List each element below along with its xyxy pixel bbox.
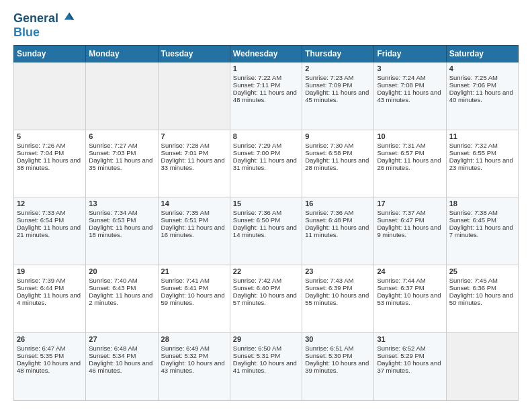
cell-text: Sunrise: 7:37 AM [377,209,443,216]
cell-text: Sunset: 6:50 PM [233,216,299,224]
day-number: 14 [161,199,227,208]
cell-text: Daylight: 11 hours and 48 minutes. [233,89,299,103]
cell-text: Sunset: 5:35 PM [17,352,83,359]
cell-text: Sunrise: 7:27 AM [89,142,154,149]
cell-text: Daylight: 11 hours and 23 minutes. [449,156,515,171]
cell-text: Sunrise: 7:43 AM [305,277,371,284]
cell-text: Sunset: 5:34 PM [89,352,154,359]
cell-text: Daylight: 11 hours and 26 minutes. [377,156,443,171]
cell-text: Sunrise: 7:24 AM [377,74,443,81]
cell-text: Daylight: 10 hours and 50 minutes. [449,291,515,306]
cell-text: Sunset: 6:39 PM [305,284,371,291]
day-number: 15 [233,199,299,208]
calendar-cell: 13Sunrise: 7:34 AMSunset: 6:53 PMDayligh… [86,197,158,265]
cell-text: Daylight: 11 hours and 9 minutes. [377,224,443,238]
cell-text: Sunset: 7:06 PM [449,81,515,89]
calendar-cell: 30Sunrise: 6:51 AMSunset: 5:30 PMDayligh… [302,333,374,401]
day-number: 30 [305,335,371,343]
logo-blue: Blue [13,26,75,40]
cell-text: Daylight: 10 hours and 55 minutes. [305,291,371,306]
cell-text: Sunrise: 7:36 AM [305,209,371,216]
day-number: 7 [161,132,227,140]
cell-text: Daylight: 11 hours and 7 minutes. [449,224,515,238]
cell-text: Sunset: 6:53 PM [89,216,154,224]
day-number: 22 [233,267,299,275]
cell-text: Sunset: 6:51 PM [161,216,227,224]
cell-text: Sunset: 7:04 PM [17,149,83,156]
cell-text: Daylight: 11 hours and 4 minutes. [17,291,83,306]
weekday-header-wednesday: Wednesday [230,45,302,62]
cell-text: Sunset: 6:41 PM [161,284,227,291]
cell-text: Sunset: 6:45 PM [449,216,515,224]
cell-text: Sunset: 6:47 PM [377,216,443,224]
cell-text: Sunset: 7:08 PM [377,81,443,89]
cell-text: Sunrise: 6:49 AM [161,345,227,352]
day-number: 12 [17,199,83,208]
cell-text: Sunrise: 7:33 AM [17,209,83,216]
day-number: 31 [377,335,443,343]
weekday-header-sunday: Sunday [14,45,86,62]
cell-text: Sunset: 5:29 PM [377,352,443,359]
cell-text: Sunset: 7:09 PM [305,81,371,89]
cell-text: Daylight: 11 hours and 31 minutes. [233,156,299,171]
cell-text: Sunset: 6:58 PM [305,149,371,156]
cell-text: Sunset: 6:55 PM [449,149,515,156]
calendar-cell: 21Sunrise: 7:41 AMSunset: 6:41 PMDayligh… [158,265,230,333]
day-number: 25 [449,267,515,275]
cell-text: Sunrise: 6:47 AM [17,345,83,352]
day-number: 23 [305,267,371,275]
day-number: 6 [89,132,154,140]
day-number: 29 [233,335,299,343]
cell-text: Sunrise: 7:39 AM [17,277,83,284]
day-number: 8 [233,132,299,140]
day-number: 17 [377,199,443,208]
day-number: 1 [233,64,299,73]
day-number: 4 [449,64,515,73]
cell-text: Sunrise: 7:38 AM [449,209,515,216]
calendar-cell: 27Sunrise: 6:48 AMSunset: 5:34 PMDayligh… [86,333,158,401]
cell-text: Sunrise: 7:42 AM [233,277,299,284]
cell-text: Sunrise: 7:30 AM [305,142,371,149]
calendar-cell: 10Sunrise: 7:31 AMSunset: 6:57 PMDayligh… [374,130,446,197]
cell-text: Sunset: 6:37 PM [377,284,443,291]
day-number: 21 [161,267,227,275]
calendar-cell: 26Sunrise: 6:47 AMSunset: 5:35 PMDayligh… [14,333,86,401]
cell-text: Sunset: 7:03 PM [89,149,154,156]
cell-text: Sunrise: 6:48 AM [89,345,154,352]
calendar-cell: 25Sunrise: 7:45 AMSunset: 6:36 PMDayligh… [446,265,518,333]
day-number: 2 [305,64,371,73]
day-number: 13 [89,199,154,208]
cell-text: Daylight: 11 hours and 11 minutes. [305,224,371,238]
cell-text: Sunrise: 7:23 AM [305,74,371,81]
cell-text: Daylight: 11 hours and 43 minutes. [377,89,443,103]
cell-text: Daylight: 10 hours and 43 minutes. [161,359,227,374]
day-number: 10 [377,132,443,140]
header: General Blue [13,10,519,40]
cell-text: Sunset: 6:57 PM [377,149,443,156]
cell-text: Sunrise: 7:35 AM [161,209,227,216]
calendar-cell: 16Sunrise: 7:36 AMSunset: 6:48 PMDayligh… [302,197,374,265]
day-number: 18 [449,199,515,208]
calendar-cell: 22Sunrise: 7:42 AMSunset: 6:40 PMDayligh… [230,265,302,333]
calendar-cell: 31Sunrise: 6:52 AMSunset: 5:29 PMDayligh… [374,333,446,401]
cell-text: Daylight: 11 hours and 14 minutes. [233,224,299,238]
cell-text: Sunrise: 7:22 AM [233,74,299,81]
cell-text: Daylight: 10 hours and 39 minutes. [305,359,371,374]
calendar-cell: 18Sunrise: 7:38 AMSunset: 6:45 PMDayligh… [446,197,518,265]
calendar-cell: 28Sunrise: 6:49 AMSunset: 5:32 PMDayligh… [158,333,230,401]
calendar-cell: 29Sunrise: 6:50 AMSunset: 5:31 PMDayligh… [230,333,302,401]
cell-text: Sunset: 7:00 PM [233,149,299,156]
cell-text: Daylight: 10 hours and 57 minutes. [233,291,299,306]
cell-text: Sunrise: 7:34 AM [89,209,154,216]
page: General Blue SundayMondayTuesdayWednesda… [0,0,532,411]
week-row-1: 1Sunrise: 7:22 AMSunset: 7:11 PMDaylight… [14,62,519,130]
day-number: 11 [449,132,515,140]
weekday-header-saturday: Saturday [446,45,518,62]
calendar-cell [14,62,86,130]
calendar-cell: 23Sunrise: 7:43 AMSunset: 6:39 PMDayligh… [302,265,374,333]
weekday-header-row: SundayMondayTuesdayWednesdayThursdayFrid… [14,45,519,62]
logo-text: General [13,10,75,26]
day-number: 20 [89,267,154,275]
day-number: 5 [17,132,83,140]
cell-text: Sunset: 6:40 PM [233,284,299,291]
